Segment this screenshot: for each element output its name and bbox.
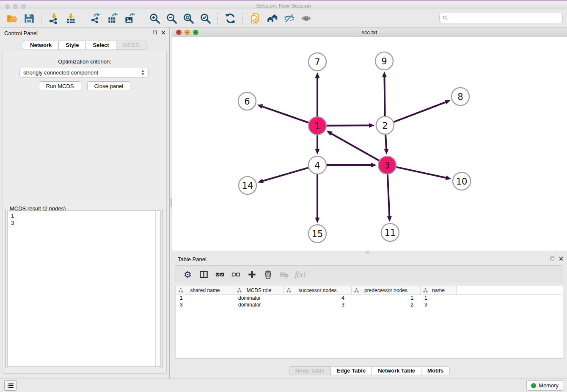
zoom-selected-icon xyxy=(200,13,211,24)
graph-node-label-2: 2 xyxy=(382,121,388,131)
table-cell[interactable]: dominator xyxy=(234,295,284,301)
mcds-result-scrollbar[interactable] xyxy=(155,211,160,366)
function-builder-icon: f(x) xyxy=(295,270,306,279)
table-cell[interactable]: 1 xyxy=(176,295,234,301)
edge-3-11[interactable] xyxy=(388,174,389,216)
settings-gear-button[interactable]: ⚙ xyxy=(181,268,194,281)
close-panel-button[interactable]: Close panel xyxy=(87,81,131,91)
table-cell[interactable]: 1 xyxy=(421,295,457,301)
memory-button[interactable]: Memory xyxy=(526,380,563,391)
edge-arrow-3-10 xyxy=(446,176,451,180)
table-cell[interactable]: 1 xyxy=(352,295,421,301)
table-cell[interactable]: dominator xyxy=(234,301,284,308)
edge-1-2[interactable] xyxy=(327,125,369,126)
table-cell[interactable]: 2 xyxy=(352,301,421,308)
toolbar-separator xyxy=(41,12,41,25)
edge-arrow-4-15 xyxy=(315,218,320,223)
graph-node-label-9: 9 xyxy=(381,56,387,66)
edge-2-8[interactable] xyxy=(394,102,446,122)
table-cell[interactable]: 3 xyxy=(176,301,234,308)
graph-node-label-14: 14 xyxy=(242,181,253,191)
zoom-in-button[interactable] xyxy=(146,11,163,26)
edge-3-10[interactable] xyxy=(396,167,446,178)
zoom-out-button[interactable] xyxy=(163,11,180,26)
settings-gear-icon: ⚙ xyxy=(184,270,192,279)
hide-selected-icon xyxy=(284,13,295,24)
edge-arrow-1-4 xyxy=(315,149,320,155)
edge-4-14[interactable] xyxy=(263,168,308,181)
criterion-dropdown[interactable]: strongly connected component xyxy=(19,68,149,77)
graph-node-label-3: 3 xyxy=(384,160,390,171)
export-image-button[interactable] xyxy=(121,11,138,26)
zoom-fit-button[interactable] xyxy=(180,11,197,26)
tab-network[interactable]: Network xyxy=(23,41,59,50)
show-all-icon xyxy=(300,13,312,24)
import-table-button[interactable] xyxy=(62,11,79,26)
mcds-result-area[interactable]: 13 xyxy=(7,210,161,367)
table-cell[interactable]: 4 xyxy=(284,295,352,301)
network-graph[interactable]: 7968124314101511 xyxy=(172,37,567,251)
tab-network-table[interactable]: Network Table xyxy=(372,366,421,375)
refresh-button[interactable] xyxy=(222,11,239,26)
delete-table-button xyxy=(278,268,291,281)
column-header-shared-name[interactable]: shared name xyxy=(176,286,234,294)
add-column-button[interactable] xyxy=(245,268,259,281)
column-header-label: predecessor nodes xyxy=(364,287,407,293)
close-table-panel-icon[interactable] xyxy=(559,256,564,261)
column-chooser-button[interactable] xyxy=(197,268,210,281)
edge-arrow-4-14 xyxy=(258,179,264,183)
edge-3-1[interactable] xyxy=(331,134,379,161)
duplicate-network-button[interactable] xyxy=(247,11,264,26)
tab-mcds[interactable]: MCDS xyxy=(116,41,146,50)
tab-motifs[interactable]: Motifs xyxy=(421,366,450,375)
column-header-name[interactable]: name xyxy=(421,286,457,294)
tab-select[interactable]: Select xyxy=(86,41,116,50)
export-network-button[interactable] xyxy=(87,11,104,26)
zoom-in-icon xyxy=(149,13,160,24)
run-mcds-button[interactable]: Run MCDS xyxy=(39,81,81,91)
search-box[interactable] xyxy=(439,13,563,23)
table-cell[interactable]: 3 xyxy=(421,301,457,308)
column-header-predecessor-nodes[interactable]: predecessor nodes xyxy=(352,286,421,294)
open-session-button[interactable] xyxy=(3,11,20,26)
edge-2-3[interactable] xyxy=(385,135,386,149)
table-header-row: shared nameMCDS rolesuccessor nodesprede… xyxy=(176,286,563,295)
show-all-button[interactable] xyxy=(297,11,314,26)
select-all-button[interactable] xyxy=(213,268,226,281)
table-row[interactable]: 1dominator411 xyxy=(176,295,563,301)
column-header-MCDS-role[interactable]: MCDS role xyxy=(234,286,284,294)
deselect-all-button[interactable] xyxy=(229,268,242,281)
edge-2-9[interactable] xyxy=(385,77,385,116)
toolbar-separator xyxy=(83,12,83,25)
edge-arrow-1-6 xyxy=(257,104,263,108)
tab-node-table[interactable]: Node Table xyxy=(289,366,331,375)
import-network-button[interactable] xyxy=(45,11,62,26)
node-table: shared nameMCDS rolesuccessor nodesprede… xyxy=(176,286,563,359)
table-cell[interactable]: 3 xyxy=(284,301,352,308)
float-table-panel-icon[interactable] xyxy=(550,256,555,261)
horizontal-splitter-grip[interactable] xyxy=(366,251,369,254)
column-header-successor-nodes[interactable]: successor nodes xyxy=(284,286,352,294)
network-canvas[interactable]: 7968124314101511 xyxy=(172,37,567,251)
tab-style[interactable]: Style xyxy=(59,41,86,50)
search-input[interactable] xyxy=(450,15,560,21)
save-session-button[interactable] xyxy=(20,11,37,26)
network-window-titlebar: × − + scc.txt xyxy=(172,28,567,37)
zoom-selected-button[interactable] xyxy=(197,11,214,26)
search-icon xyxy=(442,15,449,21)
hide-selected-button[interactable] xyxy=(281,11,297,26)
edge-arrow-4-3 xyxy=(371,163,377,168)
graph-node-label-11: 11 xyxy=(385,228,396,238)
horizontal-splitter[interactable] xyxy=(172,251,567,254)
first-neighbors-button[interactable] xyxy=(264,11,281,26)
graph-node-label-10: 10 xyxy=(456,177,468,187)
export-table-button[interactable] xyxy=(104,11,121,26)
edge-1-6[interactable] xyxy=(262,107,308,123)
tab-edge-table[interactable]: Edge Table xyxy=(331,366,372,375)
float-panel-icon[interactable] xyxy=(152,30,157,35)
table-row[interactable]: 3dominator323 xyxy=(176,301,563,308)
delete-column-button[interactable] xyxy=(261,268,275,281)
delete-column-icon xyxy=(263,270,273,279)
close-panel-icon[interactable] xyxy=(161,30,166,35)
task-history-button[interactable] xyxy=(4,380,17,391)
